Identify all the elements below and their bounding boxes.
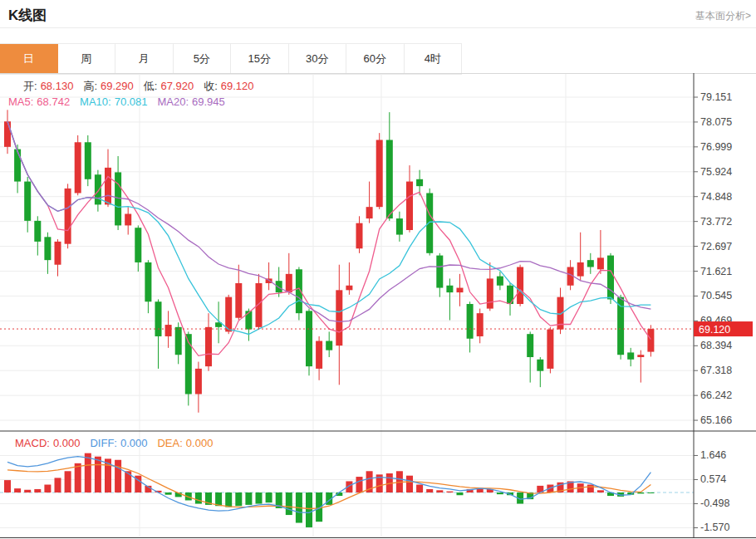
macd-bar — [195, 492, 202, 504]
axis-label: 74.848 — [700, 191, 732, 203]
fundamental-analysis-link[interactable]: 基本面分析> — [695, 9, 751, 23]
candle-body — [316, 341, 322, 369]
candle-body — [467, 304, 474, 339]
macd-bar — [356, 477, 363, 492]
macd-bar — [416, 485, 423, 492]
legend-label: 开: — [23, 80, 37, 92]
macd-bar — [497, 492, 503, 494]
legend-value: 69.120 — [221, 80, 254, 92]
axis-label: 65.166 — [700, 414, 732, 426]
tab-15分[interactable]: 15分 — [231, 44, 289, 74]
legend-label: 高: — [83, 80, 97, 92]
macd-bar — [44, 485, 51, 492]
page-title: K线图 — [8, 6, 47, 25]
tab-周[interactable]: 周 — [58, 44, 116, 74]
candle-body — [416, 179, 423, 186]
candle-body — [487, 278, 493, 308]
tab-30分[interactable]: 30分 — [289, 44, 347, 74]
candle-body — [256, 283, 263, 327]
macd-bar — [266, 492, 272, 502]
legend-value: 69.290 — [101, 80, 134, 92]
candle-body — [647, 329, 654, 352]
candle-body — [155, 301, 162, 336]
candle-body — [517, 267, 523, 305]
macd-bar — [24, 490, 31, 492]
candle-body — [406, 182, 413, 230]
candle-body — [195, 369, 202, 394]
axis-label: 76.999 — [700, 141, 732, 153]
legend-label: DEA: — [157, 437, 182, 449]
title-divider — [0, 27, 756, 28]
candle-body — [105, 168, 111, 205]
macd-legend-row: MACD:0.000DIFF:0.000DEA:0.000 — [15, 437, 223, 449]
legend-value: 68.130 — [41, 80, 74, 92]
legend-label: MA20: — [157, 96, 189, 108]
candle-body — [4, 121, 11, 147]
macd-bar — [647, 492, 654, 493]
candle-body — [306, 311, 312, 366]
tab-5分[interactable]: 5分 — [174, 44, 232, 74]
axis-label: 75.924 — [700, 166, 732, 178]
tab-月[interactable]: 月 — [115, 44, 174, 74]
axis-label: 0.574 — [700, 473, 726, 485]
axis-label: 67.318 — [700, 365, 732, 376]
axis-label: 71.621 — [700, 266, 732, 277]
legend-value: 69.945 — [192, 96, 225, 108]
macd-bar — [406, 476, 413, 492]
legend-label: DIFF: — [90, 437, 117, 449]
axis-label: 1.646 — [700, 449, 726, 461]
macd-bar — [115, 460, 121, 492]
candle-body — [426, 193, 433, 252]
macd-bar — [436, 490, 443, 492]
candle-body — [336, 290, 342, 345]
macd-bar — [256, 492, 263, 504]
candle-body — [446, 286, 453, 292]
candle-body — [125, 214, 131, 226]
macd-bar — [245, 492, 252, 505]
tab-4时[interactable]: 4时 — [405, 44, 463, 74]
candle-body — [75, 142, 81, 193]
tab-日[interactable]: 日 — [0, 44, 58, 74]
macd-bar — [4, 480, 11, 492]
axis-label: 79.151 — [700, 91, 732, 103]
candle-body — [587, 260, 594, 267]
macd-bar — [597, 490, 604, 492]
axis-label: 73.772 — [700, 216, 732, 228]
candle-body — [537, 360, 543, 371]
candle-body — [346, 286, 352, 291]
candle-body — [34, 221, 41, 242]
candle-body — [597, 257, 604, 269]
axis-label: 66.242 — [700, 390, 732, 401]
axis-label: 68.394 — [700, 340, 732, 351]
candle-body — [607, 256, 614, 300]
candle-body — [55, 242, 61, 265]
macd-bar — [637, 492, 644, 493]
candle-body — [326, 341, 332, 350]
candle-body — [175, 327, 182, 355]
legend-value: 0.000 — [186, 437, 214, 449]
legend-value: 68.742 — [37, 96, 70, 108]
tab-60分[interactable]: 60分 — [346, 44, 405, 74]
candle-body — [44, 237, 51, 260]
candle-body — [225, 297, 232, 332]
kline-chart-svg[interactable]: 79.15178.07576.99975.92474.84873.77272.6… — [0, 73, 756, 539]
chart-region: 开:68.130高:69.290低:67.920收:69.120 MA5:68.… — [0, 73, 756, 539]
axis-label: 70.545 — [700, 290, 732, 301]
candle-body — [366, 207, 373, 218]
axis-label: -0.498 — [700, 497, 729, 509]
candle-body — [85, 142, 91, 179]
legend-label: 低: — [144, 80, 158, 92]
candle-body — [527, 334, 533, 357]
macd-bar — [165, 492, 172, 495]
candle-body — [637, 355, 644, 357]
ohlc-row: 开:68.130高:69.290低:67.920收:69.120 — [23, 79, 264, 94]
legend-value: 0.000 — [53, 437, 81, 449]
candle-body — [577, 262, 584, 277]
legend-label: MA10: — [80, 96, 111, 108]
candle-body — [396, 218, 403, 234]
candle-body — [165, 325, 172, 336]
legend-label: 收: — [204, 80, 218, 92]
candle-body — [286, 274, 292, 292]
interval-tabbar: 日周月5分15分30分60分4时 — [0, 43, 462, 75]
candle-body — [24, 182, 31, 221]
